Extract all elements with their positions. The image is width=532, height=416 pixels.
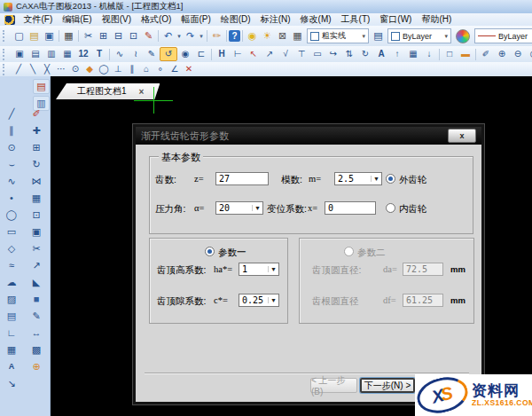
check-mark-icon[interactable]: √ (278, 48, 293, 60)
chevron-down-icon[interactable]: ▼ (252, 205, 262, 211)
draw-line-icon[interactable]: ╱ (3, 106, 20, 121)
monitor-view-icon[interactable]: □ (442, 48, 458, 60)
block-grid-icon[interactable]: ▦ (405, 48, 421, 60)
frame-load-icon[interactable]: ▥ (43, 48, 59, 60)
snap-node-icon[interactable]: ∘ (153, 64, 168, 75)
window-tile-icon[interactable]: ▤ (27, 48, 43, 60)
clearance-dropdown[interactable]: 0.25 ▼ (239, 294, 279, 307)
print-icon[interactable]: ▦ (61, 29, 76, 43)
new-file-icon[interactable]: ▢ (12, 29, 27, 43)
shift-input[interactable] (325, 201, 376, 215)
chevron-down-icon[interactable]: ▼ (268, 266, 278, 272)
modify-stretch-icon[interactable]: ↔ (27, 326, 45, 340)
draw-wave-icon[interactable]: ≈ (3, 258, 20, 272)
snap-midpoint-icon[interactable]: ╲ (26, 64, 40, 75)
undo-dropdown-icon[interactable]: ▾ (176, 29, 183, 43)
copy-icon[interactable]: ⊞ (96, 29, 111, 43)
layer-manager-icon[interactable]: ▤ (371, 29, 386, 43)
ruler-tool-icon[interactable]: ▬ (458, 48, 473, 60)
two-window-icon[interactable]: 12 (75, 48, 91, 60)
dim-smart-icon[interactable]: ⊢ (230, 48, 246, 60)
zigzag-line-icon[interactable]: ≀ (128, 48, 144, 60)
leader-arrow-icon[interactable]: ↗ (262, 48, 278, 60)
color-combo[interactable]: ByLayer ▾ (387, 28, 451, 43)
open-file-icon[interactable]: ▤ (27, 29, 42, 43)
menu-item[interactable]: 视图(V) (97, 13, 136, 26)
layer-print-icon[interactable]: ▦ (290, 29, 305, 43)
teeth-input[interactable] (215, 172, 269, 185)
snap-grid-icon[interactable]: ◆ (82, 64, 97, 75)
addendum-dropdown[interactable]: 1 ▼ (239, 263, 279, 276)
scale-tool-icon[interactable]: ⇅ (341, 48, 357, 60)
format-brush-icon[interactable]: ✎ (141, 29, 156, 43)
linestyle-combo[interactable]: ByLayer ▾ (474, 28, 532, 43)
raster-image-icon[interactable]: ▭ (309, 48, 325, 60)
menu-item[interactable]: 绘图(D) (215, 13, 255, 26)
layer-bulb-icon[interactable]: ◉ (245, 29, 260, 43)
dialog-close-button[interactable]: x (448, 129, 476, 143)
dialog-titlebar[interactable]: 渐开线齿轮齿形参数 x (136, 127, 481, 145)
sheet-settings-icon[interactable]: ▤ (33, 79, 50, 94)
draw-text-icon[interactable]: A (3, 359, 20, 373)
draw-polygon-icon[interactable]: ◇ (3, 241, 20, 255)
modify-dim-icon[interactable]: ✎ (27, 309, 45, 323)
next-button[interactable]: 下一步(N) > (360, 378, 415, 393)
modify-chamfer-icon[interactable]: ◣ (27, 275, 45, 289)
modify-erase-icon[interactable]: ✐ (27, 106, 45, 121)
draw-circle-icon[interactable]: ⊙ (3, 140, 20, 154)
draw-arc-icon[interactable]: ⌣ (3, 157, 20, 171)
mark-edit-icon[interactable]: ✐ (478, 48, 494, 60)
draw-grid-icon[interactable]: ▦ (3, 342, 20, 357)
menu-item[interactable]: 帮助(H) (417, 13, 457, 26)
undo-icon[interactable]: ↶ (160, 29, 176, 43)
snap-nearest-icon[interactable]: ✕ (182, 64, 196, 75)
pressure-dropdown[interactable]: 20 ▼ (215, 201, 263, 215)
datum-symbol-icon[interactable]: ⊤ (293, 48, 309, 60)
modify-trim-icon[interactable]: ✂ (27, 241, 45, 255)
help-icon[interactable]: ? (229, 30, 240, 42)
draw-angle-icon[interactable]: ∟ (3, 326, 20, 340)
draw-ellipse-icon[interactable]: ◯ (3, 208, 20, 222)
menu-item[interactable]: 格式(O) (136, 13, 176, 26)
draw-spline-icon[interactable]: ∿ (3, 174, 20, 188)
snap-dash-icon[interactable]: ⋯ (54, 64, 68, 75)
draw-parallel-icon[interactable]: ∥ (3, 123, 20, 137)
snap-angle-icon[interactable]: ∠ (168, 64, 182, 75)
menu-item[interactable]: 文件(F) (19, 13, 58, 26)
internal-gear-radio[interactable] (386, 203, 395, 213)
param2-radio[interactable] (344, 247, 354, 256)
snap-symmetry-icon[interactable]: ⌂ (139, 64, 153, 75)
edit-check-icon[interactable]: ✏ (209, 29, 224, 43)
modify-block-icon[interactable]: ■ (27, 292, 45, 306)
toolbar-handle[interactable] (3, 49, 9, 60)
modify-move-icon[interactable]: ✚ (27, 123, 45, 137)
document-tab[interactable]: 工程图文档1 × (56, 83, 160, 99)
modify-offset-icon[interactable]: ⊡ (27, 208, 45, 222)
window-cascade-icon[interactable]: ▣ (12, 48, 27, 60)
chevron-down-icon[interactable]: ▼ (268, 297, 278, 303)
draw-hatch-icon[interactable]: ▨ (3, 292, 20, 306)
sketch-pencil-icon[interactable]: ✎ (144, 48, 160, 60)
snap-tangent-icon[interactable]: ◯ (97, 64, 111, 75)
paste-preview-icon[interactable]: ⊟ (111, 29, 126, 43)
snap-intersection-icon[interactable]: ╳ (40, 64, 54, 75)
text-style-icon[interactable]: A (373, 48, 389, 60)
redo-dropdown-icon[interactable]: ▾ (198, 29, 205, 43)
snap-center-icon[interactable]: ⊙ (68, 64, 82, 75)
layer-lock-icon[interactable]: ⊠ (275, 29, 290, 43)
modify-paste-icon[interactable]: ▣ (27, 224, 45, 239)
modify-array-icon[interactable]: ▦ (27, 191, 45, 205)
zoom-in-icon[interactable]: ⊕ (494, 48, 510, 60)
modify-tools-icon[interactable]: ⊕ (27, 359, 45, 373)
draw-cloud-icon[interactable]: ☁ (3, 275, 20, 289)
menu-item[interactable]: 修改(M) (295, 13, 336, 26)
toolbar-handle[interactable] (3, 64, 9, 75)
snap-perpendicular-icon[interactable]: ⊥ (111, 64, 125, 75)
move-up-icon[interactable]: ↑ (389, 48, 405, 60)
zoom-pan-icon[interactable]: ◎ (526, 48, 532, 60)
paste-icon[interactable]: ⊡ (126, 29, 141, 43)
move-down-icon[interactable]: ↓ (421, 48, 437, 60)
snap-parallel-icon[interactable]: ∥ (125, 64, 139, 75)
zoom-object-icon[interactable]: ◉ (177, 48, 193, 60)
arc-arrow-icon[interactable]: ↪ (325, 48, 341, 60)
